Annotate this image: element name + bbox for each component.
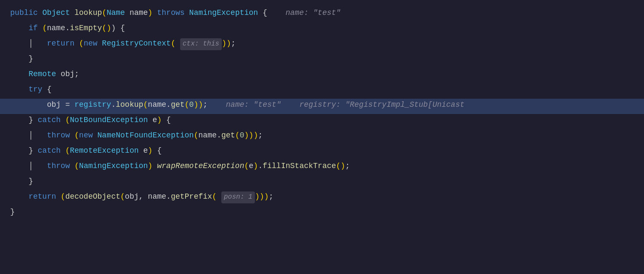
keyword-return: return — [47, 37, 74, 50]
hint-badge-posn: posn: 1 — [221, 191, 255, 203]
num-0: 0 — [189, 99, 194, 111]
type-registrycontext: RegistryContext — [102, 37, 171, 50]
code-line-9: │ throw ( new NameNotFoundException ( na… — [0, 129, 644, 145]
code-line-12: } — [0, 175, 644, 191]
method-get-2: get — [221, 129, 235, 142]
hint-badge-ctx: ctx: this — [180, 38, 222, 50]
keyword-if: if — [28, 22, 38, 34]
keyword-new: new — [84, 37, 97, 50]
type-namingexception: NamingException — [189, 7, 258, 19]
num-0-2: 0 — [240, 129, 244, 142]
keyword-catch-1: catch — [38, 114, 61, 126]
code-line-7: obj = registry . lookup ( name. get ( 0 … — [0, 99, 644, 114]
hint-name-test-2: name: "test" — [226, 99, 281, 111]
keyword-throws: throws — [157, 7, 185, 19]
code-line-11: │ throw ( NamingException ) wrapRemoteEx… — [0, 160, 644, 175]
code-line-2: if ( name. isEmpty () ) { — [0, 22, 644, 37]
method-lookup: lookup — [74, 7, 102, 19]
registry-ref: registry — [74, 99, 111, 111]
type-name: Name — [107, 7, 125, 19]
hint-registry-stub: registry: "RegistryImpl_Stub[Unicast — [299, 99, 465, 111]
type-object: Object — [42, 7, 70, 19]
method-isempty: isEmpty — [70, 22, 102, 34]
code-editor: public Object lookup ( Name name ) throw… — [0, 0, 644, 274]
code-line-14: } — [0, 206, 644, 221]
hint-name-test-1: name: "test" — [285, 7, 341, 19]
method-lookup-call: lookup — [116, 99, 143, 111]
code-line-8: } catch ( NotBoundException e ) { — [0, 114, 644, 129]
code-line-10: } catch ( RemoteException e ) { — [0, 145, 644, 160]
keyword-public: public — [10, 7, 38, 19]
code-line-6: try { — [0, 83, 644, 99]
keyword-return-2: return — [28, 191, 56, 203]
code-line-4: } — [0, 53, 644, 68]
code-line-3: │ return ( new RegistryContext ( ctx: th… — [0, 37, 644, 53]
method-decodeobject: decodeObject — [65, 191, 121, 203]
method-fillinstacktrace: fillInStackTrace — [263, 160, 336, 172]
method-wrapremoteexception: wrapRemoteException — [157, 160, 244, 172]
code-line-13: return ( decodeObject ( obj, name. getPr… — [0, 191, 644, 206]
type-notboundexception: NotBoundException — [70, 114, 148, 126]
code-line-5: Remote obj; — [0, 68, 644, 83]
keyword-throw-2: throw — [47, 160, 70, 172]
keyword-catch-2: catch — [38, 145, 61, 157]
method-get: get — [171, 99, 184, 111]
type-remote: Remote — [28, 68, 56, 80]
method-getprefix: getPrefix — [171, 191, 212, 203]
keyword-throw-1: throw — [47, 129, 70, 142]
type-remoteexception: RemoteException — [70, 145, 138, 157]
type-namenotfoundexception: NameNotFoundException — [97, 129, 194, 142]
keyword-new-2: new — [79, 129, 93, 142]
type-namingexception-cast: NamingException — [79, 160, 148, 172]
code-line-1: public Object lookup ( Name name ) throw… — [0, 7, 644, 22]
keyword-try: try — [28, 83, 42, 96]
